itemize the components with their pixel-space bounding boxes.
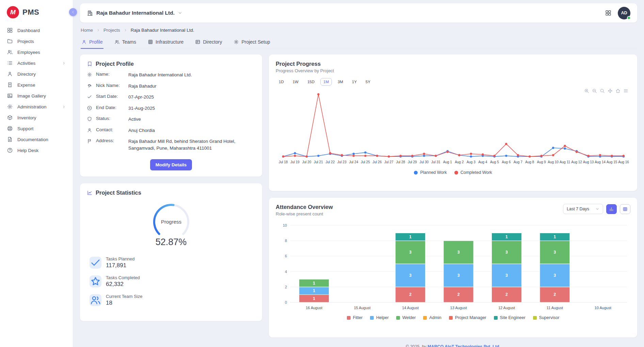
svg-text:Jul 25: Jul 25 bbox=[361, 160, 370, 164]
home-icon[interactable] bbox=[615, 88, 621, 93]
legend-item-completed-work[interactable]: Completed Work bbox=[454, 170, 492, 175]
breadcrumb-item-projects[interactable]: Projects bbox=[103, 28, 120, 33]
zoom-in-icon[interactable] bbox=[584, 88, 589, 93]
footer: © 2025, by MARCO AIoT Technologies Pvt. … bbox=[269, 344, 637, 347]
chevron-down-icon bbox=[178, 11, 182, 15]
svg-text:2: 2 bbox=[505, 292, 508, 297]
tab-directory[interactable]: Directory bbox=[194, 37, 223, 49]
sidebar-item-activities[interactable]: Activities bbox=[0, 58, 73, 68]
attendance-titles: Attendance Overview Role-wise present co… bbox=[276, 204, 333, 216]
legend-label: Helper bbox=[376, 315, 389, 320]
legend-marker bbox=[423, 316, 427, 320]
tab-profile[interactable]: Profile bbox=[81, 37, 103, 49]
sidebar-item-projects[interactable]: Projects bbox=[0, 36, 73, 46]
svg-text:2: 2 bbox=[409, 292, 412, 297]
legend-item-welder[interactable]: Welder bbox=[396, 315, 416, 320]
chevron-down-icon bbox=[595, 207, 599, 211]
menu-icon[interactable] bbox=[623, 88, 628, 93]
svg-text:Jul 21: Jul 21 bbox=[314, 160, 323, 164]
zoom-out-icon[interactable] bbox=[592, 88, 597, 93]
table-view-button[interactable] bbox=[620, 204, 630, 214]
sidebar-item-label: Image Gallery bbox=[17, 93, 46, 99]
legend-item-admin[interactable]: Admin bbox=[423, 315, 441, 320]
chevron-left-icon bbox=[71, 10, 75, 14]
tab-label: Directory bbox=[203, 39, 222, 45]
breadcrumb-item-home[interactable]: Home bbox=[81, 28, 93, 33]
sidebar-item-image-gallery[interactable]: Image Gallery bbox=[0, 91, 73, 101]
sidebar-collapse-button[interactable] bbox=[69, 8, 77, 16]
svg-text:2: 2 bbox=[457, 292, 460, 297]
range-1w-button[interactable]: 1W bbox=[290, 78, 302, 86]
profile-field-contact: Contact:Anuj Chordia bbox=[87, 127, 255, 134]
svg-text:Jul 22: Jul 22 bbox=[326, 160, 335, 164]
svg-text:13 August: 13 August bbox=[450, 306, 467, 310]
sidebar: M PMS DashboardProjectsEmployeesActiviti… bbox=[0, 0, 73, 347]
range-5y-button[interactable]: 5Y bbox=[363, 78, 373, 86]
sidebar-item-label: Dashboard bbox=[17, 28, 40, 33]
svg-text:11 August: 11 August bbox=[547, 306, 563, 310]
stat-value: 62,332 bbox=[106, 281, 140, 288]
sidebar-item-expense[interactable]: Expense bbox=[0, 80, 73, 90]
sidebar-item-documentation[interactable]: Documentation bbox=[0, 134, 73, 145]
legend-marker bbox=[449, 316, 453, 320]
legend-marker bbox=[494, 316, 498, 320]
date-range-select[interactable]: Last 7 Days bbox=[563, 204, 603, 214]
stat-label: Current Team Size bbox=[106, 294, 142, 299]
legend-item-supervisor[interactable]: Supervisor bbox=[533, 315, 560, 320]
folder-icon bbox=[7, 38, 13, 44]
tab-teams[interactable]: Teams bbox=[114, 37, 137, 49]
sidebar-item-support[interactable]: Support bbox=[0, 123, 73, 134]
bookmark-icon bbox=[87, 61, 93, 67]
field-label: Start Date: bbox=[96, 94, 125, 99]
pan-icon[interactable] bbox=[608, 88, 613, 93]
legend-item-project-manager[interactable]: Project Manager bbox=[449, 315, 486, 320]
avatar-initials: AD bbox=[621, 11, 627, 15]
sidebar-item-label: Help Desk bbox=[17, 148, 38, 153]
chart-view-button[interactable] bbox=[606, 204, 617, 214]
svg-text:3: 3 bbox=[409, 273, 412, 278]
dashboard-icon bbox=[7, 27, 13, 33]
stat-label: Tasks Planned bbox=[106, 256, 135, 261]
logo-icon: M bbox=[7, 6, 19, 18]
bar-chart-container: 024681016 August11115 August14 August233… bbox=[276, 221, 630, 313]
svg-text:1: 1 bbox=[313, 296, 315, 301]
svg-text:10: 10 bbox=[283, 223, 287, 227]
sidebar-item-employees[interactable]: Employees bbox=[0, 47, 73, 57]
card-title-row: Project Profile bbox=[87, 61, 255, 67]
range-1y-button[interactable]: 1Y bbox=[349, 78, 360, 86]
range-1d-button[interactable]: 1D bbox=[276, 78, 287, 86]
legend-item-site-engineer[interactable]: Site Engineer bbox=[494, 315, 526, 320]
sidebar-item-inventory[interactable]: Inventory bbox=[0, 112, 73, 123]
sidebar-item-directory[interactable]: Directory bbox=[0, 69, 73, 79]
company-selector[interactable]: Raja Bahadur International Ltd. bbox=[87, 10, 182, 16]
svg-text:Aug 5: Aug 5 bbox=[490, 160, 499, 164]
footer-link[interactable]: MARCO AIoT Technologies Pvt. Ltd. bbox=[428, 344, 500, 347]
svg-text:0: 0 bbox=[285, 300, 287, 304]
field-label: Address: bbox=[96, 138, 125, 143]
legend-item-planned-work[interactable]: Planned Work bbox=[414, 170, 447, 175]
tab-infrastructure[interactable]: Infrastructure bbox=[147, 37, 184, 49]
apps-grid-icon[interactable] bbox=[605, 10, 612, 16]
profile-field-address: Address:Raja Bahadur Mill Rd, behind She… bbox=[87, 138, 255, 151]
profile-field-start-date: Start Date:07-Apr-2025 bbox=[87, 94, 255, 101]
tab-label: Project Setup bbox=[241, 39, 270, 45]
sidebar-nav: DashboardProjectsEmployeesActivitiesDire… bbox=[0, 25, 73, 155]
svg-text:4: 4 bbox=[285, 270, 287, 274]
svg-text:3: 3 bbox=[505, 250, 508, 255]
sidebar-item-dashboard[interactable]: Dashboard bbox=[0, 25, 73, 35]
modify-details-button[interactable]: Modify Details bbox=[150, 159, 192, 170]
legend-item-helper[interactable]: Helper bbox=[370, 315, 389, 320]
project-statistics-card: Project Statistics Progress 52.87% Tasks… bbox=[80, 183, 262, 321]
field-label: Status: bbox=[96, 116, 125, 121]
tab-project-setup[interactable]: Project Setup bbox=[233, 37, 271, 49]
range-3m-button[interactable]: 3M bbox=[335, 78, 346, 86]
avatar[interactable]: AD bbox=[618, 7, 630, 19]
legend-item-fitter[interactable]: Fitter bbox=[347, 315, 363, 320]
sidebar-item-administration[interactable]: Administration bbox=[0, 102, 73, 112]
sidebar-item-help-desk[interactable]: Help Desk bbox=[0, 145, 73, 155]
check-icon bbox=[87, 94, 92, 100]
range-15d-button[interactable]: 15D bbox=[304, 78, 318, 86]
range-1m-button[interactable]: 1M bbox=[320, 78, 332, 86]
app-name: PMS bbox=[22, 8, 39, 17]
search-icon[interactable] bbox=[600, 88, 605, 93]
